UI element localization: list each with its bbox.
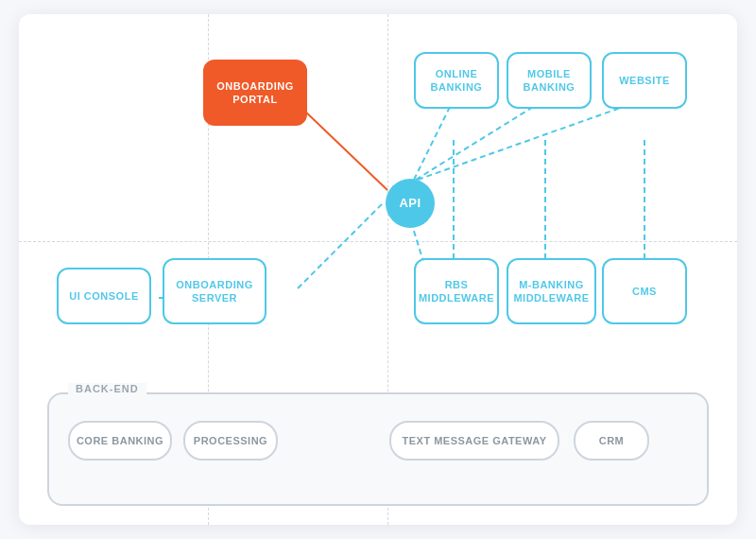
api-label: API [399,196,421,212]
onboarding-server-node: ONBOARDING SERVER [163,258,266,324]
rbs-middleware-node: RBS MIDDLEWARE [414,258,499,324]
mobile-banking-node: MOBILE BANKING [507,52,592,109]
text-message-gateway-node: TEXT MESSAGE GATEWAY [389,421,559,461]
core-banking-node: CORE BANKING [68,421,172,461]
backend-label: BACK-END [68,383,146,394]
diagram-container: ONBOARDING PORTAL API ONLINE BANKING MOB… [19,14,737,525]
cms-label: CMS [632,285,657,298]
onboarding-server-label: ONBOARDING SERVER [176,278,252,305]
website-node: WEBSITE [602,52,687,109]
svg-line-2 [416,99,545,180]
ui-console-label: UI CONSOLE [69,289,138,303]
svg-line-1 [414,99,454,180]
crm-node: CRM [574,421,649,461]
onboarding-portal-label: ONBOARDING PORTAL [216,79,293,107]
online-banking-node: ONLINE BANKING [414,52,499,109]
processing-label: PROCESSING [194,435,267,446]
svg-line-3 [418,99,644,180]
crm-label: CRM [599,435,625,446]
ui-console-node: UI CONSOLE [57,268,151,324]
backend-section: BACK-END CORE BANKING PROCESSING TEXT ME… [47,392,709,506]
m-banking-middleware-node: M-BANKING MIDDLEWARE [507,258,596,324]
api-node: API [386,179,435,228]
online-banking-label: ONLINE BANKING [431,67,483,95]
text-message-gateway-label: TEXT MESSAGE GATEWAY [402,435,546,446]
rbs-middleware-label: RBS MIDDLEWARE [419,278,494,305]
core-banking-label: CORE BANKING [77,435,163,446]
svg-line-10 [298,203,383,288]
m-banking-middleware-label: M-BANKING MIDDLEWARE [513,278,589,305]
cms-node: CMS [602,258,687,324]
svg-line-0 [302,109,387,190]
grid-horizontal-1 [19,241,737,242]
processing-node: PROCESSING [183,421,278,461]
onboarding-portal-node: ONBOARDING PORTAL [203,60,307,126]
website-label: WEBSITE [619,74,670,87]
mobile-banking-label: MOBILE BANKING [524,67,576,95]
